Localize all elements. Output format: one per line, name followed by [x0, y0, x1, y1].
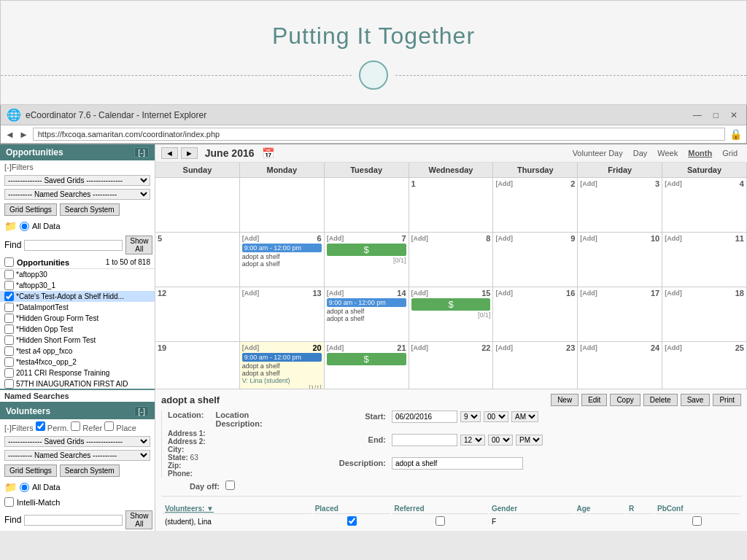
- opp-item[interactable]: 57TH INAUGURATION FIRST AID: [0, 378, 155, 389]
- cal-add-link[interactable]: [Add]: [327, 289, 344, 297]
- vol-col-name[interactable]: Volunteers: ▼: [163, 504, 311, 514]
- cal-add-link[interactable]: [Add]: [580, 344, 597, 351]
- browser-controls[interactable]: — □ ✕: [690, 110, 740, 120]
- restore-button[interactable]: □: [711, 110, 721, 120]
- opp-checkbox-1[interactable]: [4, 270, 14, 279]
- opp-item[interactable]: *Hidden Opp Test: [0, 324, 155, 335]
- cal-add-link[interactable]: [Add]: [411, 235, 429, 242]
- vol-col-r[interactable]: R: [627, 504, 654, 514]
- cal-add-link[interactable]: [Add]: [665, 180, 682, 187]
- opp-checkbox-5[interactable]: [4, 314, 14, 323]
- end-date-input[interactable]: [392, 434, 457, 446]
- close-button[interactable]: ✕: [727, 110, 740, 120]
- cal-add-link[interactable]: [Add]: [580, 289, 597, 297]
- cal-next-button[interactable]: ►: [181, 147, 198, 159]
- opp-checkbox-9[interactable]: [4, 357, 14, 367]
- calendar-picker-icon[interactable]: 📅: [262, 147, 274, 159]
- minimize-button[interactable]: —: [690, 110, 705, 120]
- find-input[interactable]: [24, 240, 123, 251]
- start-min-select[interactable]: 00: [484, 411, 508, 422]
- opp-checkbox-8[interactable]: [4, 346, 14, 356]
- cal-add-link[interactable]: [Add]: [242, 235, 260, 242]
- opp-item[interactable]: *DataImportTest: [0, 302, 155, 313]
- detail-edit-button[interactable]: Edit: [581, 394, 607, 406]
- named-searches-select[interactable]: ---------- Named Searches ----------: [4, 189, 150, 200]
- browser-nav-back-icon[interactable]: ◄: [5, 129, 15, 140]
- intelli-match-checkbox[interactable]: [4, 497, 14, 507]
- opp-checkbox-3[interactable]: [4, 292, 14, 301]
- start-date-input[interactable]: [392, 411, 457, 423]
- cal-add-link[interactable]: [Add]: [665, 344, 682, 351]
- opp-item[interactable]: *aftopp30_1: [0, 280, 155, 291]
- saved-grids-select[interactable]: -------------- Saved Grids -------------…: [4, 175, 150, 186]
- browser-nav-forward-icon[interactable]: ►: [19, 129, 28, 140]
- cal-view-day[interactable]: Day: [630, 147, 651, 159]
- opp-item[interactable]: *Hidden Short Form Test: [0, 335, 155, 346]
- vol-col-gender[interactable]: Gender: [489, 504, 573, 514]
- vol-grid-settings-button[interactable]: Grid Settings: [4, 464, 57, 477]
- opp-item[interactable]: *test a4 opp_fxco: [0, 346, 155, 357]
- show-all-button[interactable]: Show All: [125, 236, 152, 254]
- cal-add-link[interactable]: [Add]: [580, 235, 597, 242]
- cal-add-link[interactable]: [Add]: [242, 344, 260, 351]
- browser-address-input[interactable]: [33, 128, 725, 141]
- cal-event-green[interactable]: $: [411, 298, 491, 311]
- detail-save-button[interactable]: Save: [681, 394, 711, 406]
- cal-view-month[interactable]: Month: [684, 147, 716, 159]
- cal-event[interactable]: 9:00 am - 12:00 pm: [327, 298, 406, 307]
- end-min-select[interactable]: 00: [488, 435, 513, 446]
- start-ampm-select[interactable]: AM: [511, 411, 538, 422]
- cal-prev-button[interactable]: ◄: [161, 147, 178, 159]
- vol-referred-checkbox[interactable]: [436, 516, 445, 526]
- opp-item[interactable]: *Hidden Group Form Test: [0, 313, 155, 324]
- search-system-button[interactable]: Search System: [60, 203, 120, 216]
- opp-item[interactable]: *aftopp30: [0, 269, 155, 280]
- opp-checkbox-2[interactable]: [4, 281, 14, 290]
- vol-col-placed[interactable]: Placed: [313, 504, 391, 514]
- end-hour-select[interactable]: 12: [460, 435, 485, 446]
- cal-add-link[interactable]: [Add]: [327, 344, 344, 351]
- cal-add-link[interactable]: [Add]: [411, 344, 429, 351]
- vol-pbconf-checkbox[interactable]: [692, 516, 702, 526]
- vol-named-searches-select[interactable]: ---------- Named Searches ----------: [4, 450, 150, 461]
- cal-add-link[interactable]: [Add]: [495, 344, 513, 351]
- opp-checkbox-11[interactable]: [4, 379, 14, 389]
- opp-checkbox-4[interactable]: [4, 303, 14, 312]
- select-all-checkbox[interactable]: [4, 257, 14, 267]
- cal-view-week[interactable]: Week: [654, 147, 681, 159]
- vol-show-all-button[interactable]: Show All: [125, 510, 152, 529]
- cal-add-link[interactable]: [Add]: [665, 289, 682, 297]
- start-hour-select[interactable]: 9: [460, 411, 481, 422]
- opp-checkbox-7[interactable]: [4, 335, 14, 345]
- description-input[interactable]: [392, 457, 523, 470]
- opportunities-collapse-button[interactable]: [-]: [134, 147, 149, 158]
- vol-all-data-radio[interactable]: [20, 483, 29, 492]
- cal-add-link[interactable]: [Add]: [495, 289, 513, 297]
- day-off-checkbox[interactable]: [225, 481, 235, 490]
- cal-view-grid[interactable]: Grid: [719, 147, 741, 159]
- cal-add-link[interactable]: [Add]: [411, 289, 429, 297]
- vol-find-input[interactable]: [24, 515, 123, 526]
- volunteers-collapse-button[interactable]: [-]: [134, 406, 149, 416]
- opp-item[interactable]: 2011 CRI Response Training: [0, 368, 155, 378]
- place-checkbox[interactable]: [104, 421, 114, 431]
- vol-search-system-button[interactable]: Search System: [60, 464, 120, 477]
- detail-delete-button[interactable]: Delete: [643, 394, 678, 406]
- cal-add-link[interactable]: [Add]: [580, 180, 597, 187]
- vol-col-referred[interactable]: Referred: [392, 504, 488, 514]
- cal-add-link[interactable]: [Add]: [495, 180, 513, 187]
- vol-col-pbconf[interactable]: PbConf: [655, 504, 740, 514]
- cal-add-link[interactable]: [Add]: [327, 235, 344, 242]
- cal-view-volunteer-day[interactable]: Volunteer Day: [569, 147, 627, 159]
- cal-add-link[interactable]: [Add]: [495, 235, 513, 242]
- detail-print-button[interactable]: Print: [713, 394, 741, 406]
- all-data-radio[interactable]: [20, 222, 29, 231]
- grid-settings-button[interactable]: Grid Settings: [4, 203, 57, 216]
- vol-col-age[interactable]: Age: [575, 504, 626, 514]
- opp-item[interactable]: *testa4fxco_opp_2: [0, 357, 155, 368]
- perm-checkbox[interactable]: [36, 421, 45, 431]
- cal-event[interactable]: 9:00 am - 12:00 pm: [242, 244, 322, 252]
- vol-saved-grids-select[interactable]: -------------- Saved Grids -------------…: [4, 436, 150, 447]
- opp-item-selected[interactable]: *Cate's Test-Adopt a Shelf Hidd...: [0, 291, 155, 302]
- vol-placed-checkbox[interactable]: [347, 516, 357, 526]
